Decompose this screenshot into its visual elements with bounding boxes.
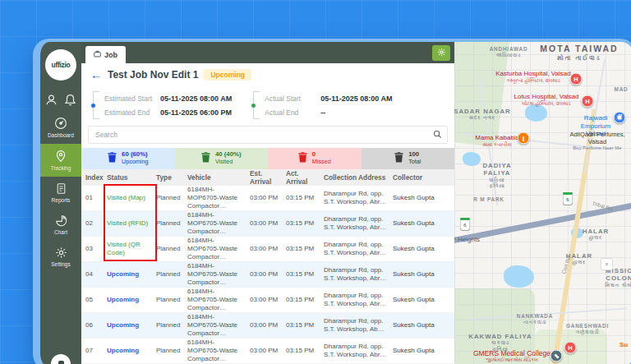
app-logo[interactable]: uffizio (45, 49, 76, 81)
sidebar-item-label: Chart (54, 229, 67, 235)
actual-end-label: Actual End (265, 108, 320, 117)
col-vehicle[interactable]: Vehicle (183, 169, 246, 186)
estimated-start-label: Estimated Start (104, 94, 160, 103)
estimated-end-value: 05-11-2025 06:00 PM (160, 108, 232, 117)
page-title: Test Job Nov Edit 1 (108, 69, 198, 81)
school-marker[interactable] (550, 350, 563, 362)
notifications-bell-icon[interactable] (64, 94, 76, 106)
table-row[interactable]: 03Visited (QR Code)Planned6184MH-MOP6705… (81, 237, 454, 262)
green-dot-icon (251, 104, 256, 108)
actual-bracket (253, 91, 260, 119)
tab-job[interactable]: Job (85, 46, 126, 63)
table-row[interactable]: 06UpcomingPlanned6184MH-MOP6705-Waste Co… (81, 313, 454, 339)
users-icon[interactable] (45, 94, 58, 106)
bot-icon (58, 361, 64, 364)
search-bar[interactable] (88, 126, 448, 144)
map-label-clipped: MAD (615, 86, 629, 93)
gear-icon (437, 47, 446, 59)
map-label-lotus-hospital[interactable]: Lotus Hospital, Valsadલોટસ હોસ્પિટલ, વલસ… (514, 93, 578, 107)
sidebar-item-reports[interactable]: Reports (40, 177, 81, 209)
map-label-heights: F Heights (454, 236, 480, 244)
panel-settings-button[interactable] (432, 45, 450, 61)
stat-visited[interactable]: 40 (40%)Visited (175, 148, 269, 169)
estimated-bracket (93, 91, 99, 119)
actual-start-label: Actual Start (265, 94, 320, 103)
highway-shield-icon: 6 (563, 192, 573, 205)
reports-icon (55, 182, 67, 196)
stats-bar: 60 (60%)Upcoming 40 (40%)Visited 0Missed (81, 148, 454, 169)
col-collection-address[interactable]: Collection Address (320, 169, 389, 186)
gear-icon (55, 247, 67, 260)
sidebar-item-label: Settings (51, 261, 71, 267)
map-label-ganeshwadi: GANESHWADIગણેશવાડી (566, 323, 609, 335)
col-collector[interactable]: Collector (389, 169, 454, 186)
actual-end-value: -- (320, 108, 325, 117)
stat-label: Missed (312, 159, 331, 165)
app-window: uffizio (33, 39, 631, 364)
stat-label: Total (408, 159, 421, 165)
map-label-adilqadri[interactable]: AdilQadri Perfumes, ValsadBuy Perfume Ne… (568, 131, 627, 151)
actual-start-value: 05-11-2025 08:00 AM (320, 94, 392, 103)
sidebar-item-chart[interactable]: Chart (40, 209, 81, 241)
back-arrow[interactable]: ← (90, 69, 102, 81)
col-index[interactable]: Index (81, 169, 103, 186)
table-header-row: Index Status Type Vehicle Est. Arrival A… (81, 169, 454, 186)
stat-label: Visited (215, 159, 242, 165)
sidebar-item-tracking[interactable]: Tracking (40, 144, 81, 177)
estimated-times: Estimated Start 05-11-2025 08:00 AM Esti… (93, 91, 232, 119)
stat-upcoming[interactable]: 60 (60%)Upcoming (81, 148, 175, 169)
col-act-arrival[interactable]: Act. Arrival (282, 169, 320, 186)
highway-shield-icon: 6 (460, 218, 471, 231)
search-input[interactable] (94, 130, 433, 140)
table-row[interactable]: 01Visited (Map)Planned6184MH-MOP6705-Was… (81, 186, 454, 211)
hospital-marker[interactable]: H (570, 73, 583, 85)
search-icon[interactable] (433, 127, 442, 142)
map-label-nankwada: NANKWADAનાનકવાડા (517, 313, 553, 325)
map-label-kasturba-hospital[interactable]: Kasturba Hospital, Valsadકસ્તુરબા હોસ્પિ… (495, 70, 570, 84)
stat-total[interactable]: 100Total (362, 148, 455, 169)
actual-times: Actual Start 05-11-2025 08:00 AM Actual … (253, 91, 392, 119)
hospital-marker[interactable]: H (582, 95, 594, 108)
sidebar-item-dashboard[interactable]: Dashboard (40, 111, 81, 144)
shop-marker[interactable] (614, 112, 626, 124)
col-est-arrival[interactable]: Est. Arrival (246, 169, 282, 186)
status-badge: Upcoming (204, 69, 251, 81)
col-status[interactable]: Status (103, 169, 152, 186)
sidebar-item-settings[interactable]: Settings (40, 241, 81, 273)
map-label-mama-kababis[interactable]: Mama Kababisમામા કબાબીસ (475, 134, 518, 148)
map-water (504, 265, 534, 288)
estimated-start-value: 05-11-2025 08:00 AM (160, 94, 232, 103)
table-row[interactable]: 04UpcomingPlanned6184MH-MOP6705-Waste Co… (81, 262, 454, 288)
map-label-gmers[interactable]: GMERS Medical Collegeજીએમઈઆરએસ મેડિકલ (473, 349, 550, 363)
sidebar-nav: Dashboard Tracking (40, 111, 81, 273)
map-label-dadiya-faliya: DADIYA FALIYAધાડિયા ફળિયા (468, 162, 526, 189)
bin-icon (108, 151, 117, 166)
schedule-section: Estimated Start 05-11-2025 08:00 AM Esti… (81, 86, 454, 124)
stat-missed[interactable]: 0Missed (268, 148, 362, 169)
estimated-end-label: Estimated End (104, 108, 160, 117)
map-label-rm-park: R M PARK (473, 196, 504, 203)
map[interactable]: ANDHIAWADઅંધિયાવાડ MOTA TAIWADમોતા તાઈવા… (454, 42, 631, 364)
map-expand-icon[interactable]: » (601, 258, 613, 270)
map-label-mota-taiwad: MOTA TAIWADમોતા તાઈવાડ (540, 44, 618, 62)
col-type[interactable]: Type (152, 169, 183, 186)
hospital-marker[interactable]: H (564, 342, 577, 354)
title-row: ← Test Job Nov Edit 1 Upcoming (81, 63, 454, 86)
bin-icon (201, 151, 210, 166)
table-row[interactable]: 02Visited (RFID)Planned6184MH-MOP6705-Wa… (81, 211, 454, 237)
table-row[interactable]: 07UpcomingPlanned6184MH-MOP6705-Waste Co… (81, 339, 454, 364)
sidebar-bottom-badge[interactable] (51, 354, 71, 364)
map-label-halar-1: HALARહાલર (583, 228, 609, 242)
stat-label: Upcoming (122, 159, 148, 165)
stops-table: Index Status Type Vehicle Est. Arrival A… (81, 169, 454, 364)
job-panel: Job ← Test Job Nov Edit 1 Upcoming (81, 42, 454, 364)
map-label-clipped-orange: Su (619, 341, 628, 349)
sidebar-item-label: Reports (52, 197, 71, 203)
restaurant-marker[interactable]: ∥ (518, 132, 530, 145)
sidebar-item-label: Dashboard (48, 132, 74, 138)
table-row[interactable]: 05UpcomingPlanned6184MH-MOP6705-Waste Co… (81, 288, 454, 313)
desktop-background: uffizio (0, 0, 631, 364)
dashboard-icon (54, 117, 67, 131)
bin-icon (394, 151, 403, 166)
sidebar-item-label: Tracking (51, 165, 71, 171)
